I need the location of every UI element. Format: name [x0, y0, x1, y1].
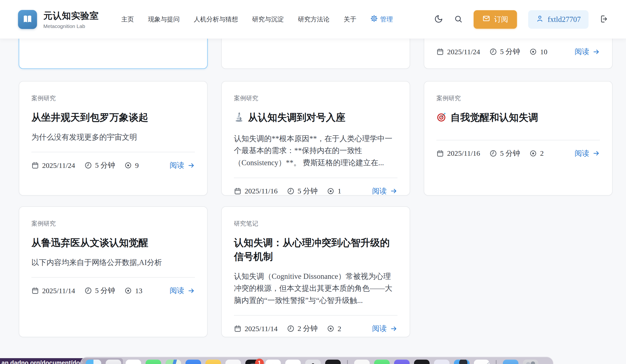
read-link[interactable]: 阅读: [372, 324, 397, 334]
music-icon[interactable]: 1: [245, 360, 261, 364]
date-group: 2025/11/14: [31, 287, 75, 295]
nav-item-methodology[interactable]: 研究方法论: [298, 15, 330, 24]
pages-icon[interactable]: [285, 360, 301, 364]
shortcuts-icon[interactable]: [394, 360, 410, 364]
nav-item-about[interactable]: 关于: [344, 15, 356, 24]
post-description: 以下内容均来自于网络公开数据,AI分析: [31, 256, 195, 269]
post-title: 从认知失调到对号入座: [234, 110, 397, 126]
views-group: 13: [124, 287, 142, 295]
post-read-time: 5 分钟: [95, 160, 115, 170]
arrow-right-icon: [593, 48, 600, 55]
page: 元认知实验室 Metacognition Lab 主页 现象与提问 人机分析与猜…: [0, 0, 626, 364]
header-actions: 订阅 fxtld27707: [434, 10, 608, 29]
dock-divider: [496, 360, 497, 364]
post-card[interactable]: 案例研究 从认知失调到对号入座 认知失调的**根本原因**，在于人类心理学中一个…: [221, 81, 410, 196]
read-label: 阅读: [575, 148, 589, 158]
post-description: 为什么没有发现更多的宇宙文明: [31, 131, 195, 143]
card-meta: 2025/11/16 5 分钟 1 阅读: [234, 186, 397, 196]
card-meta: 2025/11/24 5 分钟 10 阅读: [436, 47, 600, 57]
arrow-right-icon: [390, 325, 397, 332]
read-link[interactable]: 阅读: [575, 148, 600, 158]
card-divider: [31, 277, 195, 278]
post-description: 认知失调（Cognitive Dissonance）常被视为心理冲突的根源，但本…: [234, 270, 397, 307]
date-group: 2025/11/24: [436, 48, 480, 56]
username: fxtld27707: [548, 15, 581, 24]
views-group: 10: [529, 48, 548, 56]
read-link[interactable]: 阅读: [575, 47, 600, 57]
messages-icon[interactable]: [374, 360, 390, 364]
views-group: 2: [529, 149, 544, 157]
date-group: 2025/11/24: [31, 161, 75, 170]
nav-item-analysis[interactable]: 人机分析与猜想: [194, 15, 238, 24]
main-nav: 主页 现象与提问 人机分析与猜想 研究与沉淀 研究方法论 关于 管理: [121, 15, 393, 24]
podcasts-icon[interactable]: [265, 360, 281, 364]
theme-toggle[interactable]: [434, 15, 443, 24]
post-title: 认知失调：从心理冲突到心智升级的信号机制: [234, 236, 397, 263]
post-date: 2025/11/16: [245, 187, 278, 195]
post-views: 2: [338, 325, 341, 333]
post-title: 从鲁迅弃医从文谈认知觉醒: [31, 236, 195, 250]
post-description: 认知失调的**根本原因**，在于人类心理学中一个最基本的需求：**保持内在的一致…: [234, 133, 397, 169]
envelope-icon: [482, 15, 490, 24]
logout-button[interactable]: [600, 15, 608, 24]
maps-icon[interactable]: [165, 360, 181, 364]
iphone-mirroring-icon[interactable]: [305, 360, 321, 364]
moon-icon: [434, 15, 443, 24]
post-category: 案例研究: [31, 94, 195, 102]
brand: 元认知实验室 Metacognition Lab: [43, 10, 99, 29]
read-label: 阅读: [170, 160, 184, 170]
read-time-group: 5 分钟: [489, 148, 520, 158]
read-link[interactable]: 阅读: [170, 160, 195, 170]
user-account-button[interactable]: fxtld27707: [528, 10, 588, 29]
nav-item-admin[interactable]: 管理: [370, 15, 393, 24]
post-card[interactable]: 研究笔记 认知失调：从心理冲突到心智升级的信号机制 认知失调（Cognitive…: [221, 206, 410, 337]
views-group: 1: [327, 187, 341, 195]
facetime-icon[interactable]: [146, 360, 161, 364]
read-link[interactable]: 阅读: [372, 186, 397, 196]
arrow-right-icon: [390, 187, 397, 195]
read-link[interactable]: 阅读: [170, 286, 195, 296]
launchpad-icon[interactable]: [106, 360, 121, 364]
post-views: 10: [540, 48, 548, 56]
nav-item-phenomena[interactable]: 现象与提问: [148, 15, 180, 24]
notes-icon[interactable]: [205, 360, 221, 364]
nav-item-home[interactable]: 主页: [121, 15, 134, 24]
mail-icon[interactable]: [186, 360, 201, 364]
person-icon: [536, 15, 544, 24]
card-meta: 2025/11/16 5 分钟 2 阅读: [436, 148, 600, 158]
post-card[interactable]: 案例研究 从坐井观天到包罗万象谈起 为什么没有发现更多的宇宙文明 2025/11…: [19, 81, 208, 196]
read-time-group: 5 分钟: [84, 160, 115, 170]
post-card[interactable]: 案例研究 从鲁迅弃医从文谈认知觉醒 以下内容均来自于网络公开数据,AI分析 20…: [19, 206, 208, 337]
subscribe-label: 订阅: [494, 15, 508, 24]
post-title: 从坐井观天到包罗万象谈起: [31, 110, 195, 124]
site-logo[interactable]: [18, 10, 37, 29]
notification-badge: 1: [255, 359, 264, 364]
safari-icon[interactable]: [126, 360, 141, 364]
post-category: 案例研究: [234, 94, 397, 102]
post-category: 研究笔记: [234, 219, 397, 227]
microscope-emoji-icon: [234, 112, 244, 126]
subscribe-button[interactable]: 订阅: [474, 10, 517, 29]
calendar-icon[interactable]: [225, 360, 241, 364]
textedit-icon[interactable]: [474, 360, 489, 364]
post-card[interactable]: 案例研究 自我觉醒和认知失调: [424, 81, 613, 196]
arrow-right-icon: [188, 162, 195, 169]
nav-item-research[interactable]: 研究与沉淀: [252, 15, 284, 24]
read-time-group: 5 分钟: [84, 286, 115, 296]
dictionary-icon[interactable]: [414, 360, 430, 364]
finder-icon[interactable]: [86, 360, 101, 364]
card-meta: 2025/11/14 2 分钟 2 阅读: [234, 324, 397, 334]
keynote-icon[interactable]: [354, 360, 370, 364]
card-row-middle: 案例研究 从坐井观天到包罗万象谈起 为什么没有发现更多的宇宙文明 2025/11…: [19, 81, 613, 196]
search-icon: [454, 15, 463, 24]
search-button[interactable]: [454, 15, 463, 24]
trash-icon[interactable]: [523, 360, 538, 364]
header: 元认知实验室 Metacognition Lab 主页 现象与提问 人机分析与猜…: [0, 0, 626, 39]
post-views: 13: [135, 287, 142, 295]
card-row-bottom: 案例研究 从鲁迅弃医从文谈认知觉醒 以下内容均来自于网络公开数据,AI分析 20…: [19, 206, 410, 337]
post-date: 2025/11/14: [245, 325, 278, 333]
watch-icon[interactable]: [454, 360, 470, 364]
notion-icon[interactable]: [434, 360, 450, 364]
terminal-icon[interactable]: [325, 360, 341, 364]
downloads-folder-icon[interactable]: [503, 360, 518, 364]
